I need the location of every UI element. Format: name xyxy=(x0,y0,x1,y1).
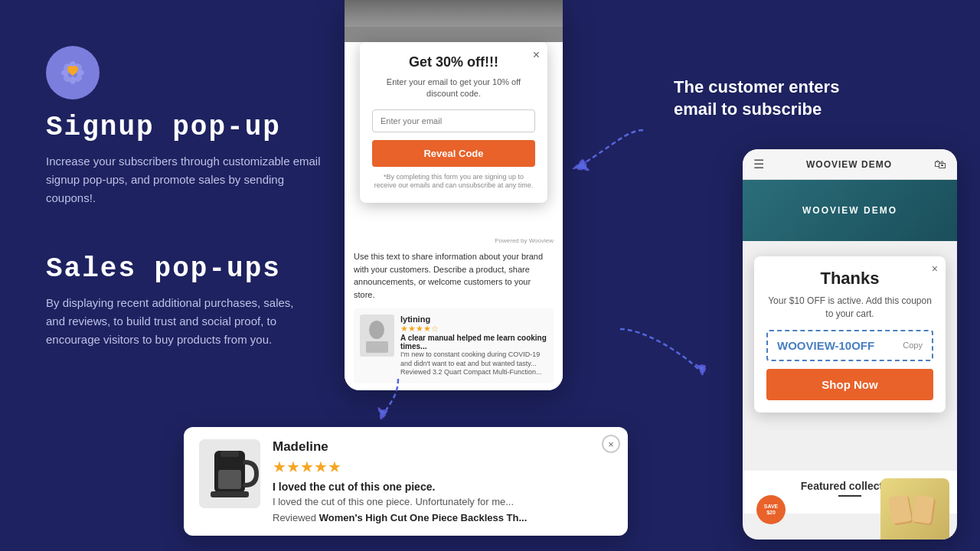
svg-point-10 xyxy=(369,321,384,339)
sales-description: By displaying recent additional purchase… xyxy=(46,294,306,349)
review-stars: ★★★★★ xyxy=(273,458,612,476)
phone-review-product-image xyxy=(360,315,394,357)
svg-point-4 xyxy=(77,70,84,76)
phone-review-stars: ★★★★☆ xyxy=(400,324,547,334)
signup-title: Signup pop-up xyxy=(46,112,337,143)
coupon-code-text: WOOVIEW-10OFF xyxy=(777,339,874,352)
phone-review-text: I'm new to constant cooking during COVID… xyxy=(400,350,547,368)
coupon-popup: × Thanks Your $10 OFF is active. Add thi… xyxy=(754,256,946,412)
toast-image xyxy=(880,478,949,540)
coupon-code-box: WOOVIEW-10OFF Copy xyxy=(766,330,933,361)
coupon-popup-close-button[interactable]: × xyxy=(932,262,938,275)
review-close-button[interactable]: × xyxy=(602,435,620,453)
phone-reviewer-name: lytining xyxy=(400,315,547,324)
coupon-subtitle: Your $10 OFF is active. Add this coupon … xyxy=(766,295,933,321)
right-phone-nav: ☰ WOOVIEW DEMO 🛍 xyxy=(743,149,957,180)
arrow-bottom xyxy=(612,321,712,383)
email-input[interactable] xyxy=(372,109,535,132)
phone-header-image xyxy=(345,0,563,42)
svg-marker-13 xyxy=(697,365,706,375)
logo-icon xyxy=(46,46,100,99)
left-section: Signup pop-up Increase your subscribers … xyxy=(46,46,337,349)
store-text: Use this text to share information about… xyxy=(354,250,554,301)
svg-rect-22 xyxy=(218,470,241,489)
bottom-review-popup: × Madeline ★★★★★ I loved the cut of this… xyxy=(184,427,628,536)
phone-review-product: Reviewed 3.2 Quart Compact Multi-Functio… xyxy=(400,368,547,377)
right-phone-hero: WOOVIEW DEMO xyxy=(743,180,957,241)
arrow-bottom-popup xyxy=(375,375,421,421)
review-headline: I loved the cut of this one piece. xyxy=(273,481,612,493)
phone-review-content: lytining ★★★★☆ A clear manual helped me … xyxy=(400,315,547,377)
phone-review-item: lytining ★★★★☆ A clear manual helped me … xyxy=(354,308,554,383)
review-product-ref: Reviewed Women's High Cut One Piece Back… xyxy=(273,512,612,523)
coupon-copy-button[interactable]: Copy xyxy=(903,341,923,350)
phone-review-headline: A clear manual helped me learn cooking t… xyxy=(400,334,547,350)
shop-now-button[interactable]: Shop Now xyxy=(766,369,933,400)
reviewer-name: Madeline xyxy=(273,439,612,455)
signup-popup: × Get 30% off!!! Enter your email to get… xyxy=(360,42,547,203)
popup-subtitle: Enter your email to get your 10% off dis… xyxy=(372,77,535,100)
popup-disclaimer: *By completing this form you are signing… xyxy=(372,173,535,191)
svg-marker-14 xyxy=(379,409,387,419)
arrow-top xyxy=(567,122,658,176)
review-text: I loved the cut of this one piece. Unfor… xyxy=(273,496,612,507)
powered-by-text: Powered by Wooview xyxy=(354,237,554,244)
featured-divider xyxy=(838,495,861,497)
svg-point-2 xyxy=(70,77,76,84)
save-badge: SAVE $20 xyxy=(756,495,786,524)
popup-close-button[interactable]: × xyxy=(533,48,540,62)
svg-rect-21 xyxy=(211,491,249,497)
svg-point-3 xyxy=(61,70,69,76)
right-phone-nav-title: WOOVIEW DEMO xyxy=(806,159,892,170)
svg-rect-23 xyxy=(220,451,239,457)
reveal-code-button[interactable]: Reveal Code xyxy=(372,140,535,167)
sales-title: Sales pop-ups xyxy=(46,253,337,285)
popup-title: Get 30% off!!! xyxy=(372,54,535,70)
svg-rect-18 xyxy=(912,494,935,523)
coupon-title: Thanks xyxy=(766,269,933,289)
review-content: Madeline ★★★★★ I loved the cut of this o… xyxy=(273,439,612,523)
signup-description: Increase your subscribers through custom… xyxy=(46,152,337,207)
svg-rect-11 xyxy=(366,341,388,353)
right-phone: ☰ WOOVIEW DEMO 🛍 WOOVIEW DEMO × Thanks Y… xyxy=(743,149,957,540)
phone-body-content: Powered by Wooview Use this text to shar… xyxy=(345,230,563,390)
annotation-top: The customer enters email to subscribe xyxy=(674,77,919,120)
svg-marker-12 xyxy=(574,159,588,170)
center-phone: × Get 30% off!!! Enter your email to get… xyxy=(345,0,563,390)
review-product-image xyxy=(199,439,260,508)
